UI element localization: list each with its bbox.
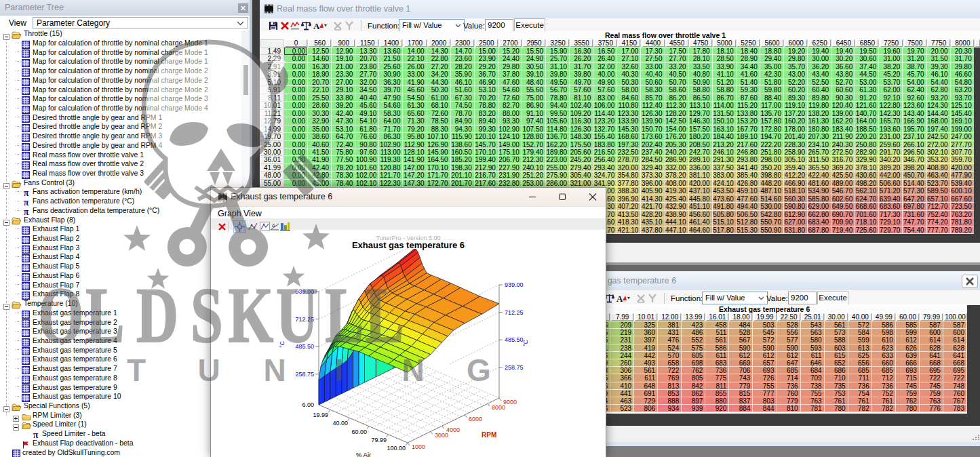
svg-text:1000: 1000 [412, 443, 425, 450]
svg-text:258.75: 258.75 [505, 364, 524, 371]
svg-text:79.99: 79.99 [371, 437, 387, 443]
svg-text:°C: °C [522, 339, 529, 346]
svg-text:485.50: 485.50 [505, 336, 524, 343]
svg-text:°C: °C [279, 340, 286, 348]
svg-text:A: A [313, 21, 320, 31]
svg-text:939.00: 939.00 [505, 281, 524, 288]
svg-text:6.00: 6.00 [302, 401, 314, 408]
svg-text:939.00: 939.00 [295, 288, 314, 295]
svg-text:485.50: 485.50 [295, 343, 314, 350]
svg-text:RPM: RPM [482, 431, 496, 439]
svg-text:Δ: Δ [272, 223, 275, 228]
svg-text:258.75: 258.75 [295, 371, 314, 378]
svg-text:6000: 6000 [469, 416, 482, 422]
svg-text:40.00: 40.00 [332, 420, 348, 426]
svg-text:100.00: 100.00 [387, 445, 406, 452]
svg-text:9000: 9000 [503, 399, 517, 405]
svg-text:% Air: % Air [356, 451, 371, 457]
svg-text:712.25: 712.25 [295, 316, 314, 323]
svg-text:60.00: 60.00 [351, 429, 367, 435]
svg-text:4000: 4000 [446, 426, 460, 433]
svg-text:A: A [616, 294, 623, 303]
svg-text:712.25: 712.25 [505, 309, 524, 316]
svg-text:19.99: 19.99 [313, 412, 328, 418]
